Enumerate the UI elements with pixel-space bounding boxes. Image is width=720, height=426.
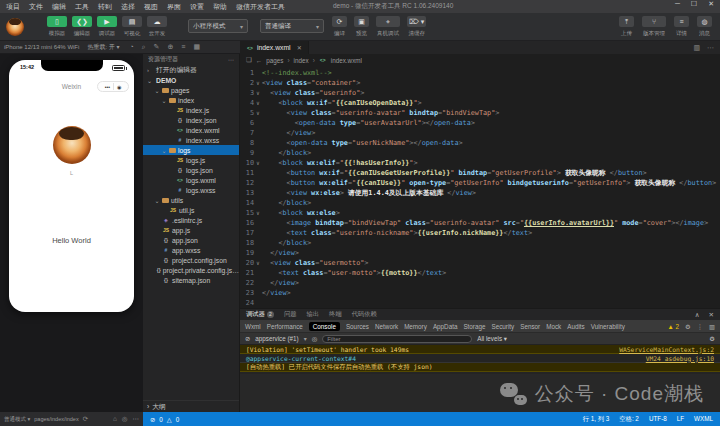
- close-panel-icon[interactable]: ✕: [709, 311, 714, 319]
- tree-file-logs.json[interactable]: {}logs.json: [143, 165, 239, 175]
- clear-console-icon[interactable]: ⊘: [245, 335, 250, 342]
- clear-cache-button[interactable]: ⌦ ▾清缓存: [407, 16, 426, 38]
- log-level-selector[interactable]: All levels ▾: [477, 335, 507, 342]
- warning-count-icon[interactable]: ▲ 2: [668, 323, 679, 330]
- cursor-position[interactable]: 行 1, 列 3: [583, 415, 610, 424]
- compile-button[interactable]: ⟳编译: [332, 16, 347, 38]
- tree-file-logs.wxss[interactable]: #logs.wxss: [143, 185, 239, 195]
- upload-button[interactable]: ⤒上传: [619, 16, 634, 38]
- fold-icon[interactable]: ∨: [254, 80, 262, 86]
- fold-icon[interactable]: ∨: [254, 260, 262, 266]
- home-icon[interactable]: ⌂: [113, 415, 117, 423]
- console-source-link[interactable]: VM24 asdebug.js:10: [646, 355, 714, 362]
- devtools-tab-network[interactable]: Network: [375, 323, 398, 330]
- version-button[interactable]: ⑂版本管理: [642, 16, 666, 38]
- preview-button[interactable]: ▣预览: [354, 16, 369, 38]
- breadcrumb-item[interactable]: pages: [266, 57, 283, 64]
- debugger-button[interactable]: ▶调试器: [96, 16, 118, 38]
- menu-item[interactable]: 帮助: [213, 2, 227, 12]
- devtools-tab-sensor[interactable]: Sensor: [520, 323, 540, 330]
- tab-index-wxml[interactable]: <> index.wxml ✕: [240, 41, 309, 54]
- tree-file-sitemap.json[interactable]: {}sitemap.json: [143, 275, 239, 285]
- edit-icon[interactable]: ✎: [154, 43, 160, 51]
- console-filter-input[interactable]: [322, 335, 472, 343]
- inspect-icon[interactable]: ⌕: [142, 43, 146, 51]
- menu-item[interactable]: 项目: [6, 2, 20, 12]
- code-area[interactable]: 1<!--index.wxml-->2∨<view class="contain…: [240, 66, 720, 308]
- tree-file-app.json[interactable]: {}app.json: [143, 235, 239, 245]
- problems-indicator[interactable]: ⊘ 0 △ 0: [150, 416, 179, 423]
- more-actions-icon[interactable]: ⋯: [228, 56, 234, 63]
- encoding[interactable]: UTF-8: [649, 415, 667, 424]
- devtools-tab-sources[interactable]: Sources: [346, 323, 369, 330]
- settings-icon[interactable]: ⚙: [685, 323, 691, 330]
- back-arrow-icon[interactable]: ←: [256, 57, 263, 64]
- open-editors-section[interactable]: › 打开的编辑器: [143, 65, 239, 75]
- panel-tab-问题[interactable]: 问题: [284, 310, 297, 319]
- context-selector[interactable]: appservice (#1): [255, 335, 298, 342]
- language-mode[interactable]: WXML: [694, 415, 713, 424]
- panel-tab-终端[interactable]: 终端: [329, 310, 342, 319]
- console-source-link[interactable]: WAServiceMainContext.js:2: [619, 346, 714, 353]
- tree-file-project.private.config.js[interactable]: {}project.private.config.js…: [143, 265, 239, 275]
- eye-icon[interactable]: ◎: [122, 415, 128, 423]
- panel-tab-调试器[interactable]: 调试器2: [246, 310, 274, 319]
- compile-dropdown[interactable]: 普通编译 ▾: [260, 19, 324, 33]
- outline-section[interactable]: › 大纲: [143, 400, 239, 412]
- menu-item[interactable]: 设置: [190, 2, 204, 12]
- fold-icon[interactable]: ∨: [254, 100, 262, 106]
- menu-item[interactable]: 转到: [98, 2, 112, 12]
- panel-tab-输出[interactable]: 输出: [306, 310, 319, 319]
- tree-file-index.js[interactable]: JSindex.js: [143, 105, 239, 115]
- menu-item[interactable]: 文件: [29, 2, 43, 12]
- window-close-button[interactable]: ✕: [708, 0, 714, 8]
- user-avatar-image[interactable]: [53, 126, 91, 164]
- tree-file-app.wxss[interactable]: #app.wxss: [143, 245, 239, 255]
- tree-file-app.js[interactable]: JSapp.js: [143, 225, 239, 235]
- project-root[interactable]: ⌄ DEMO: [143, 75, 239, 85]
- window-minimize-button[interactable]: ─: [675, 0, 680, 8]
- phone-preview[interactable]: 15:42 Weixin ••• ◉ L Hello World: [9, 60, 134, 312]
- tree-folder-utils[interactable]: ⌄utils: [143, 195, 239, 205]
- visual-button[interactable]: ▤可视化: [121, 16, 143, 38]
- fold-icon[interactable]: ∨: [254, 110, 262, 116]
- bookmark-icon[interactable]: ❏: [246, 56, 252, 64]
- menu-item[interactable]: 选择: [121, 2, 135, 12]
- collapse-panel-icon[interactable]: ∧: [695, 311, 700, 319]
- refresh-icon[interactable]: ⟳: [83, 415, 88, 423]
- menu-item[interactable]: 视图: [144, 2, 158, 12]
- scheme-dropdown[interactable]: 小程序模式 ▾: [188, 19, 248, 33]
- capsule-menu[interactable]: ••• ◉: [97, 81, 129, 92]
- remote-debug-button[interactable]: ⌖真机调试: [376, 16, 400, 38]
- close-tab-icon[interactable]: ✕: [297, 44, 302, 51]
- fold-icon[interactable]: ∨: [254, 210, 262, 216]
- menu-item[interactable]: 编辑: [52, 2, 66, 12]
- dock-side-icon[interactable]: ▥: [709, 323, 715, 330]
- crosshair-icon[interactable]: ⊕: [167, 43, 173, 51]
- menu-item[interactable]: 工具: [75, 2, 89, 12]
- device-icon[interactable]: ▦: [193, 43, 200, 51]
- more-icon[interactable]: ⋯: [133, 415, 140, 423]
- devtools-tab-security[interactable]: Security: [491, 323, 514, 330]
- eol[interactable]: LF: [677, 415, 684, 424]
- more-dots-icon[interactable]: •••: [105, 84, 110, 90]
- devtools-tab-audits[interactable]: Audits: [567, 323, 585, 330]
- rotate-icon[interactable]: ◔: [129, 43, 133, 51]
- tree-folder-index[interactable]: ⌄index: [143, 95, 239, 105]
- list-icon[interactable]: ≡: [181, 43, 185, 51]
- mode-selector[interactable]: 普通模式 ▾: [4, 416, 30, 423]
- window-maximize-button[interactable]: ☐: [691, 0, 697, 8]
- hot-reload-toggle[interactable]: 热重载: 开 ▾: [87, 43, 119, 52]
- tree-file-index.json[interactable]: {}index.json: [143, 115, 239, 125]
- tree-file-index.wxml[interactable]: <>index.wxml: [143, 125, 239, 135]
- tree-file-util.js[interactable]: JSutil.js: [143, 205, 239, 215]
- tree-file-.eslintrc.js[interactable]: ◈.eslintrc.js: [143, 215, 239, 225]
- eye-icon[interactable]: ◎: [312, 335, 318, 342]
- devtools-tab-mock[interactable]: Mock: [546, 323, 561, 330]
- tree-file-logs.wxml[interactable]: <>logs.wxml: [143, 175, 239, 185]
- devtools-tab-wxml[interactable]: Wxml: [245, 323, 261, 330]
- devtools-tab-performance[interactable]: Performance: [267, 323, 303, 330]
- devtools-tab-vulnerability[interactable]: Vulnerability: [591, 323, 625, 330]
- breadcrumb-item[interactable]: index: [294, 57, 309, 64]
- simulator-button[interactable]: ▯模拟器: [46, 16, 68, 38]
